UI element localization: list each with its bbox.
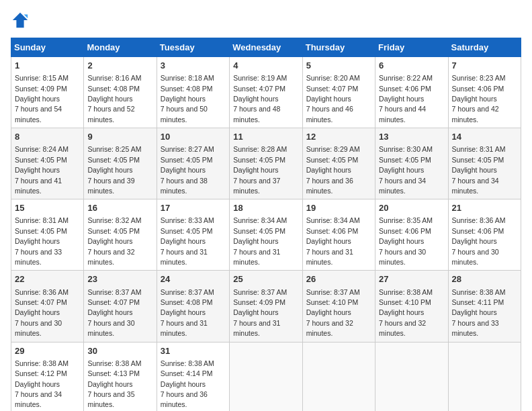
day-info: Sunrise: 8:36 AMSunset: 4:06 PMDaylight … — [452, 216, 506, 266]
day-number: 14 — [452, 131, 517, 143]
calendar-table: SundayMondayTuesdayWednesdayThursdayFrid… — [11, 38, 521, 411]
day-cell: 16 Sunrise: 8:32 AMSunset: 4:05 PMDaylig… — [84, 199, 157, 271]
day-cell: 6 Sunrise: 8:22 AMSunset: 4:06 PMDayligh… — [375, 57, 448, 128]
day-cell: 30 Sunrise: 8:38 AMSunset: 4:13 PMDaylig… — [84, 342, 157, 411]
day-info: Sunrise: 8:23 AMSunset: 4:06 PMDaylight … — [452, 74, 506, 124]
day-cell: 29 Sunrise: 8:38 AMSunset: 4:12 PMDaylig… — [11, 342, 84, 411]
day-number: 26 — [306, 273, 371, 285]
day-cell: 2 Sunrise: 8:16 AMSunset: 4:08 PMDayligh… — [84, 57, 157, 128]
day-cell: 25 Sunrise: 8:37 AMSunset: 4:09 PMDaylig… — [230, 271, 302, 342]
day-number: 8 — [15, 131, 80, 143]
page-header — [11, 11, 521, 30]
col-header-wednesday: Wednesday — [230, 38, 302, 57]
day-number: 11 — [233, 131, 298, 143]
day-info: Sunrise: 8:32 AMSunset: 4:05 PMDaylight … — [87, 216, 141, 266]
col-header-thursday: Thursday — [302, 38, 375, 57]
day-info: Sunrise: 8:37 AMSunset: 4:08 PMDaylight … — [161, 288, 214, 338]
day-info: Sunrise: 8:33 AMSunset: 4:05 PMDaylight … — [161, 216, 214, 266]
day-cell: 28 Sunrise: 8:38 AMSunset: 4:11 PMDaylig… — [448, 271, 521, 342]
day-info: Sunrise: 8:24 AMSunset: 4:05 PMDaylight … — [15, 145, 69, 195]
day-info: Sunrise: 8:35 AMSunset: 4:06 PMDaylight … — [379, 216, 433, 266]
day-info: Sunrise: 8:19 AMSunset: 4:07 PMDaylight … — [233, 74, 287, 124]
day-cell: 22 Sunrise: 8:36 AMSunset: 4:07 PMDaylig… — [11, 271, 84, 342]
day-cell: 7 Sunrise: 8:23 AMSunset: 4:06 PMDayligh… — [448, 57, 521, 128]
day-info: Sunrise: 8:34 AMSunset: 4:06 PMDaylight … — [306, 216, 360, 266]
day-number: 15 — [15, 202, 80, 214]
day-number: 24 — [161, 273, 226, 285]
day-cell: 8 Sunrise: 8:24 AMSunset: 4:05 PMDayligh… — [11, 128, 84, 199]
day-info: Sunrise: 8:38 AMSunset: 4:14 PMDaylight … — [161, 359, 214, 409]
col-header-sunday: Sunday — [11, 38, 84, 57]
logo-icon — [11, 11, 30, 30]
col-header-friday: Friday — [375, 38, 448, 57]
day-number: 29 — [15, 345, 80, 357]
day-info: Sunrise: 8:22 AMSunset: 4:06 PMDaylight … — [379, 74, 433, 124]
day-cell: 10 Sunrise: 8:27 AMSunset: 4:05 PMDaylig… — [157, 128, 229, 199]
day-cell: 20 Sunrise: 8:35 AMSunset: 4:06 PMDaylig… — [375, 199, 448, 271]
day-cell: 17 Sunrise: 8:33 AMSunset: 4:05 PMDaylig… — [157, 199, 229, 271]
day-info: Sunrise: 8:20 AMSunset: 4:07 PMDaylight … — [306, 74, 360, 124]
day-number: 17 — [161, 202, 226, 214]
day-number: 7 — [452, 60, 517, 72]
day-cell: 21 Sunrise: 8:36 AMSunset: 4:06 PMDaylig… — [448, 199, 521, 271]
day-number: 13 — [379, 131, 444, 143]
day-cell: 11 Sunrise: 8:28 AMSunset: 4:05 PMDaylig… — [230, 128, 302, 199]
day-number: 18 — [233, 202, 298, 214]
week-row-1: 1 Sunrise: 8:15 AMSunset: 4:09 PMDayligh… — [11, 57, 521, 128]
day-cell — [302, 342, 375, 411]
day-info: Sunrise: 8:31 AMSunset: 4:05 PMDaylight … — [452, 145, 506, 195]
day-info: Sunrise: 8:27 AMSunset: 4:05 PMDaylight … — [161, 145, 214, 195]
day-cell: 27 Sunrise: 8:38 AMSunset: 4:10 PMDaylig… — [375, 271, 448, 342]
day-info: Sunrise: 8:31 AMSunset: 4:05 PMDaylight … — [15, 216, 69, 266]
day-number: 1 — [15, 60, 80, 72]
day-number: 3 — [161, 60, 226, 72]
day-number: 21 — [452, 202, 517, 214]
day-cell: 18 Sunrise: 8:34 AMSunset: 4:05 PMDaylig… — [230, 199, 302, 271]
day-number: 10 — [161, 131, 226, 143]
day-number: 4 — [233, 60, 298, 72]
day-cell: 14 Sunrise: 8:31 AMSunset: 4:05 PMDaylig… — [448, 128, 521, 199]
day-number: 31 — [161, 345, 226, 357]
day-number: 27 — [379, 273, 444, 285]
week-row-5: 29 Sunrise: 8:38 AMSunset: 4:12 PMDaylig… — [11, 342, 521, 411]
day-number: 19 — [306, 202, 371, 214]
day-info: Sunrise: 8:16 AMSunset: 4:08 PMDaylight … — [87, 74, 141, 124]
day-info: Sunrise: 8:38 AMSunset: 4:12 PMDaylight … — [15, 359, 69, 409]
week-row-3: 15 Sunrise: 8:31 AMSunset: 4:05 PMDaylig… — [11, 199, 521, 271]
day-info: Sunrise: 8:34 AMSunset: 4:05 PMDaylight … — [233, 216, 287, 266]
day-cell: 23 Sunrise: 8:37 AMSunset: 4:07 PMDaylig… — [84, 271, 157, 342]
day-number: 6 — [379, 60, 444, 72]
day-number: 22 — [15, 273, 80, 285]
day-cell: 3 Sunrise: 8:18 AMSunset: 4:08 PMDayligh… — [157, 57, 229, 128]
day-cell — [230, 342, 302, 411]
day-cell: 13 Sunrise: 8:30 AMSunset: 4:05 PMDaylig… — [375, 128, 448, 199]
week-row-4: 22 Sunrise: 8:36 AMSunset: 4:07 PMDaylig… — [11, 271, 521, 342]
day-number: 20 — [379, 202, 444, 214]
day-info: Sunrise: 8:15 AMSunset: 4:09 PMDaylight … — [15, 74, 69, 124]
day-number: 23 — [87, 273, 152, 285]
day-info: Sunrise: 8:37 AMSunset: 4:07 PMDaylight … — [87, 288, 141, 338]
day-info: Sunrise: 8:38 AMSunset: 4:11 PMDaylight … — [452, 288, 506, 338]
day-cell: 19 Sunrise: 8:34 AMSunset: 4:06 PMDaylig… — [302, 199, 375, 271]
logo — [11, 11, 32, 30]
day-number: 30 — [87, 345, 152, 357]
day-number: 2 — [87, 60, 152, 72]
day-cell: 26 Sunrise: 8:37 AMSunset: 4:10 PMDaylig… — [302, 271, 375, 342]
day-cell: 31 Sunrise: 8:38 AMSunset: 4:14 PMDaylig… — [157, 342, 229, 411]
day-info: Sunrise: 8:30 AMSunset: 4:05 PMDaylight … — [379, 145, 433, 195]
day-info: Sunrise: 8:29 AMSunset: 4:05 PMDaylight … — [306, 145, 360, 195]
day-info: Sunrise: 8:18 AMSunset: 4:08 PMDaylight … — [161, 74, 214, 124]
week-row-2: 8 Sunrise: 8:24 AMSunset: 4:05 PMDayligh… — [11, 128, 521, 199]
day-number: 25 — [233, 273, 298, 285]
day-number: 9 — [87, 131, 152, 143]
day-info: Sunrise: 8:25 AMSunset: 4:05 PMDaylight … — [87, 145, 141, 195]
day-cell: 4 Sunrise: 8:19 AMSunset: 4:07 PMDayligh… — [230, 57, 302, 128]
day-cell: 9 Sunrise: 8:25 AMSunset: 4:05 PMDayligh… — [84, 128, 157, 199]
day-cell — [375, 342, 448, 411]
day-number: 12 — [306, 131, 371, 143]
day-cell: 15 Sunrise: 8:31 AMSunset: 4:05 PMDaylig… — [11, 199, 84, 271]
day-info: Sunrise: 8:38 AMSunset: 4:13 PMDaylight … — [87, 359, 141, 409]
day-cell: 12 Sunrise: 8:29 AMSunset: 4:05 PMDaylig… — [302, 128, 375, 199]
col-header-tuesday: Tuesday — [157, 38, 229, 57]
day-info: Sunrise: 8:37 AMSunset: 4:09 PMDaylight … — [233, 288, 287, 338]
